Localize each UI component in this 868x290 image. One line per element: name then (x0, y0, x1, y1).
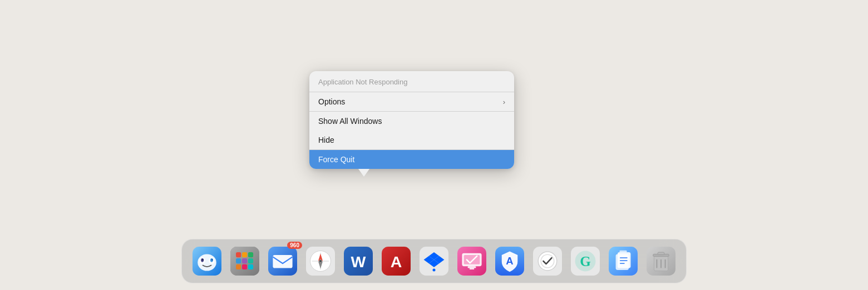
svg-rect-43 (467, 266, 476, 268)
menu-item-show-all-windows[interactable]: Show All Windows (309, 112, 514, 131)
menu-item-hide[interactable]: Hide (309, 131, 514, 149)
menu-item-force-quit-label: Force Quit (318, 155, 354, 164)
menu-item-hide-label: Hide (318, 136, 334, 144)
menu-item-show-all-windows-label: Show All Windows (318, 117, 382, 126)
menu-section-options: Options › (309, 92, 514, 112)
svg-rect-18 (248, 264, 253, 269)
svg-rect-11 (242, 252, 247, 257)
svg-text:A: A (506, 255, 513, 267)
dock-app-files[interactable] (606, 244, 640, 278)
menu-item-options-label: Options (318, 97, 345, 106)
svg-point-39 (432, 268, 435, 271)
dock-app-dropbox[interactable] (417, 244, 451, 278)
dock-app-omnifocus[interactable] (530, 244, 565, 278)
svg-point-6 (202, 259, 204, 261)
dock-app-launchpad[interactable] (228, 244, 262, 278)
svg-rect-13 (236, 258, 241, 263)
dock: 960 W (181, 239, 687, 283)
svg-rect-10 (236, 252, 241, 257)
svg-rect-63 (658, 252, 664, 254)
menu-section-windows: Show All Windows Hide (309, 112, 514, 150)
dock-app-adguard[interactable]: A (492, 244, 527, 278)
menu-item-force-quit[interactable]: Force Quit (309, 150, 514, 169)
dock-app-autodesk[interactable]: A (379, 244, 413, 278)
svg-rect-16 (236, 264, 241, 269)
dock-app-safari[interactable] (303, 244, 338, 278)
chevron-right-icon: › (503, 98, 505, 106)
svg-text:W: W (351, 253, 366, 271)
svg-rect-15 (248, 258, 253, 263)
mail-badge: 960 (287, 242, 302, 249)
dock-app-word[interactable]: W (341, 244, 376, 278)
svg-rect-20 (273, 255, 292, 268)
svg-rect-12 (248, 252, 253, 257)
svg-text:G: G (580, 254, 591, 269)
menu-item-options[interactable]: Options › (309, 92, 514, 111)
svg-rect-44 (470, 268, 474, 270)
dock-app-grammarly[interactable]: G (568, 244, 603, 278)
svg-point-28 (319, 259, 322, 262)
dock-app-mail[interactable]: 960 (265, 244, 300, 278)
context-menu: Application Not Responding Options › Sho… (309, 71, 514, 169)
svg-text:A: A (391, 253, 402, 271)
svg-rect-56 (619, 251, 627, 252)
menu-header: Application Not Responding (309, 71, 514, 92)
dock-app-finder[interactable] (190, 244, 224, 278)
svg-rect-17 (242, 264, 247, 269)
svg-point-7 (211, 259, 213, 261)
dock-app-cleanmymac[interactable] (455, 244, 489, 278)
dock-app-trash[interactable] (644, 244, 678, 278)
svg-rect-55 (618, 252, 630, 268)
svg-rect-14 (242, 258, 247, 263)
